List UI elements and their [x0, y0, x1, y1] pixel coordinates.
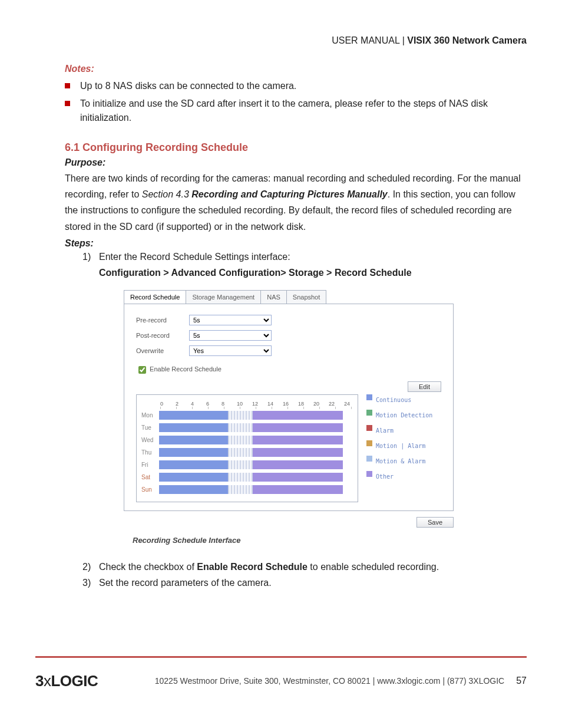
legend-swatch	[366, 471, 372, 477]
legend-label: Motion | Alarm	[376, 443, 425, 449]
legend: ContinuousMotion DetectionAlarmMotion | …	[366, 394, 432, 502]
prerecord-label: Pre-record	[136, 317, 189, 324]
overwrite-label: Overwrite	[136, 347, 189, 354]
legend-item: Continuous	[366, 394, 432, 405]
day-label: Mon	[141, 412, 159, 419]
schedule-bar[interactable]	[159, 436, 343, 444]
legend-swatch	[366, 394, 372, 400]
overwrite-row: Overwrite Yes	[136, 345, 441, 356]
purpose-text: There are two kinds of recording for the…	[65, 170, 527, 235]
schedule-row: Sun	[141, 483, 352, 496]
figure-caption: Recording Schedule Interface	[133, 536, 527, 545]
prerecord-select[interactable]: 5s	[189, 315, 272, 325]
schedule-row: Fri	[141, 459, 352, 471]
enable-schedule-checkbox[interactable]	[138, 366, 146, 374]
tab-storage-management[interactable]: Storage Management	[186, 290, 261, 304]
legend-item: Alarm	[366, 425, 432, 436]
day-label: Thu	[141, 449, 159, 456]
enable-schedule-label: Enable Record Schedule	[150, 366, 222, 373]
schedule-bar[interactable]	[159, 460, 343, 469]
notes-item: Up to 8 NAS disks can be connected to th…	[65, 79, 527, 93]
legend-item: Motion Detection	[366, 410, 432, 420]
overwrite-select[interactable]: Yes	[189, 345, 272, 356]
legend-swatch	[366, 440, 372, 446]
notes-item: To initialize and use the SD card after …	[65, 97, 527, 125]
tab-nas[interactable]: NAS	[260, 290, 287, 304]
postrecord-label: Post-record	[136, 332, 189, 339]
page-number: 57	[516, 676, 527, 686]
schedule-row: Mon	[141, 409, 352, 421]
edit-button[interactable]: Edit	[408, 381, 441, 392]
legend-label: Motion Detection	[376, 412, 432, 419]
postrecord-select[interactable]: 5s	[189, 330, 272, 341]
hour-labels: 024681012141618202224	[160, 401, 352, 407]
legend-item: Motion | Alarm	[366, 440, 432, 451]
steps-list-cont: 2)Check the checkbox of Enable Record Sc…	[82, 559, 527, 591]
schedule-row: Thu	[141, 446, 352, 459]
step-2: 2)Check the checkbox of Enable Record Sc…	[82, 559, 527, 575]
legend-label: Other	[376, 473, 394, 480]
footer-text: 10225 Westmoor Drive, Suite 300, Westmin…	[98, 676, 504, 686]
bullet-icon	[65, 101, 70, 106]
purpose-label: Purpose:	[65, 157, 527, 168]
legend-item: Other	[366, 471, 432, 482]
day-label: Fri	[141, 462, 159, 468]
enable-schedule-row: Enable Record Schedule	[136, 364, 441, 375]
schedule-bar[interactable]	[159, 411, 343, 420]
tab-record-schedule[interactable]: Record Schedule	[124, 290, 186, 304]
day-label: Sun	[141, 486, 159, 493]
tab-snapshot[interactable]: Snapshot	[286, 290, 326, 304]
legend-label: Motion & Alarm	[376, 458, 425, 465]
save-button[interactable]: Save	[416, 517, 454, 528]
legend-swatch	[366, 410, 372, 416]
step-3: 3)Set the record parameters of the camer…	[82, 575, 527, 591]
step-1: 1)Enter the Record Schedule Settings int…	[82, 249, 527, 281]
legend-swatch	[366, 456, 372, 462]
steps-label: Steps:	[65, 238, 527, 249]
schedule-bar[interactable]	[159, 423, 343, 432]
schedule-grid: 024681012141618202224 MonTueWedThuFriSat…	[136, 394, 358, 502]
prerecord-row: Pre-record 5s	[136, 315, 441, 325]
brand-logo: 3xLOGIC	[35, 672, 98, 690]
notes-list: Up to 8 NAS disks can be connected to th…	[65, 79, 527, 125]
day-label: Tue	[141, 424, 159, 431]
footer-divider	[35, 656, 527, 658]
page-header: USER MANUAL | VISIX 360 Network Camera	[35, 35, 527, 46]
schedule-bar[interactable]	[159, 448, 343, 457]
page-footer: 3xLOGIC 10225 Westmoor Drive, Suite 300,…	[35, 663, 527, 690]
record-schedule-figure: Record Schedule Storage Management NAS S…	[124, 290, 454, 528]
figure-tabs: Record Schedule Storage Management NAS S…	[124, 290, 454, 304]
day-label: Sat	[141, 474, 159, 480]
postrecord-row: Post-record 5s	[136, 330, 441, 341]
legend-swatch	[366, 425, 372, 431]
schedule-row: Wed	[141, 434, 352, 446]
section-heading: 6.1 Configuring Recording Schedule	[65, 141, 527, 154]
legend-label: Alarm	[376, 427, 394, 434]
day-label: Wed	[141, 437, 159, 443]
bullet-icon	[65, 83, 70, 88]
notes-heading: Notes:	[65, 64, 527, 74]
schedule-bar[interactable]	[159, 485, 343, 494]
schedule-row: Tue	[141, 421, 352, 434]
schedule-bar[interactable]	[159, 473, 343, 482]
steps-list: 1)Enter the Record Schedule Settings int…	[82, 249, 527, 281]
legend-label: Continuous	[376, 397, 411, 403]
legend-item: Motion & Alarm	[366, 456, 432, 466]
schedule-row: Sat	[141, 471, 352, 483]
